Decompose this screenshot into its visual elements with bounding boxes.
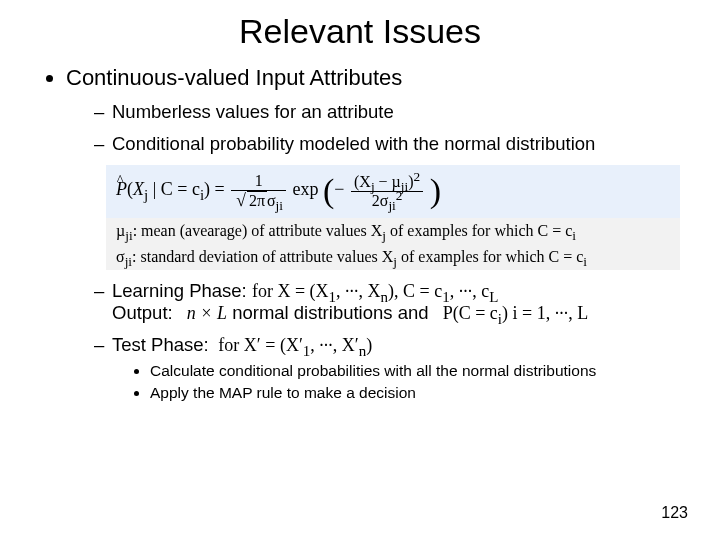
test-label: Test Phase: — [112, 334, 209, 355]
sigma-definition: σji: standard deviation of attribute val… — [106, 244, 680, 270]
frac1-den: 2πσji — [231, 191, 286, 210]
output-nxl: n × L — [178, 303, 227, 323]
eq: ) = — [204, 179, 229, 199]
slide-title: Relevant Issues — [40, 12, 680, 51]
paren-close: ) — [430, 176, 441, 207]
test-phase: Test Phase: for X′ = (X′1, ···, X′n) Cal… — [94, 334, 680, 402]
bullet-list-level2: Numberless values for an attribute Condi… — [66, 101, 680, 155]
frac1-num: 1 — [231, 173, 286, 191]
frac2-den: 2σji2 — [351, 192, 423, 209]
test-for: for X′ = (X′1, ···, X′n) — [214, 335, 372, 355]
bullet-list-level3: Calculate conditional probabilities with… — [112, 362, 680, 402]
p-hat: P — [116, 179, 127, 200]
sub-numberless: Numberless values for an attribute — [94, 101, 680, 123]
page-number: 123 — [661, 504, 688, 522]
output-text: normal distributions and — [232, 302, 428, 323]
mu-definition: µji: mean (avearage) of attribute values… — [106, 218, 680, 244]
formula-main: P(Xj | C = ci) = 1 2πσji exp (− (Xj − µj… — [106, 165, 680, 218]
fraction-1: 1 2πσji — [231, 173, 286, 210]
fraction-2: (Xj − µji)2 2σji2 — [351, 174, 423, 209]
formula-block: P(Xj | C = ci) = 1 2πσji exp (− (Xj − µj… — [106, 165, 680, 270]
frac2-num: (Xj − µji)2 — [351, 174, 423, 192]
bullet1-text: Continuous-valued Input Attributes — [66, 65, 402, 90]
bullet-list-level2b: Learning Phase: for X = (X1, ···, Xn), C… — [66, 280, 680, 402]
output-pc: P(C = ci) i = 1, ···, L — [434, 303, 588, 323]
slide: Relevant Issues Continuous-valued Input … — [0, 0, 720, 540]
output-label: Output: — [112, 302, 173, 323]
bullet-list-level1: Continuous-valued Input Attributes Numbe… — [40, 65, 680, 402]
step-apply-map: Apply the MAP rule to make a decision — [150, 384, 680, 402]
learn-label: Learning Phase: — [112, 280, 247, 301]
sub-conditional: Conditional probability modeled with the… — [94, 133, 680, 155]
step-calculate: Calculate conditional probabilities with… — [150, 362, 680, 380]
learning-phase: Learning Phase: for X = (X1, ···, Xn), C… — [94, 280, 680, 324]
given: | C = c — [148, 179, 200, 199]
paren-open: ( — [323, 176, 334, 207]
learn-for: for X = (X1, ···, Xn), C = c1, ···, cL — [252, 281, 498, 301]
bullet-continuous-attrs: Continuous-valued Input Attributes Numbe… — [66, 65, 680, 402]
exp-text: exp — [293, 179, 319, 199]
